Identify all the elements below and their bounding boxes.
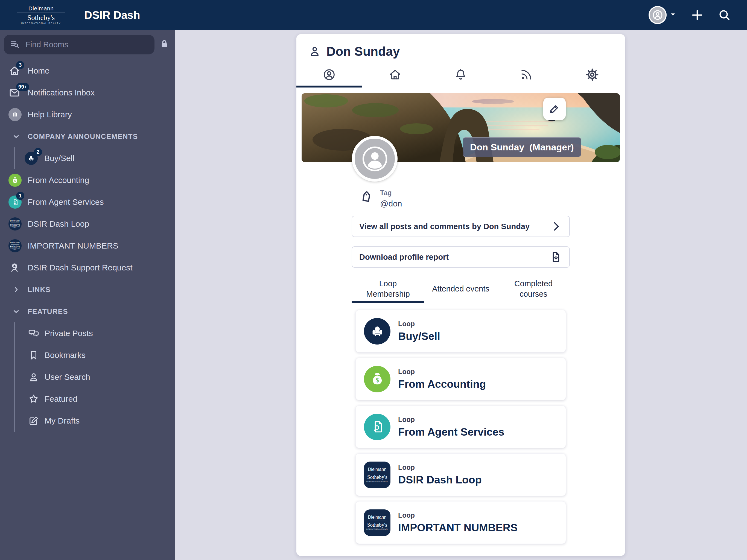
- chevron-right-icon: [550, 221, 562, 232]
- sidebar-item-featured[interactable]: Featured: [15, 388, 175, 410]
- agent-services-badge: 1: [16, 192, 24, 200]
- loop-card-from-accounting[interactable]: $ Loop From Accounting: [356, 358, 566, 400]
- notifications-badge: 99+: [16, 83, 29, 91]
- sidebar-item-dsir-dash-loop[interactable]: DielmannSotheby'sINTERNATIONAL REALTY DS…: [0, 213, 175, 235]
- loop-membership-list: Loop Buy/Sell $ Loop From Accounting Loo…: [356, 310, 566, 544]
- pencil-icon: [549, 103, 560, 114]
- tab-completed-courses[interactable]: Completed courses: [497, 275, 570, 303]
- profile-card: Don Sunday: [297, 34, 625, 556]
- money-bag-icon: $: [11, 176, 19, 184]
- tag-block: Tag @don: [359, 189, 402, 208]
- person-icon: [651, 9, 664, 21]
- search-icon: [718, 8, 731, 22]
- person-silhouette-icon: [362, 146, 388, 172]
- view-all-posts-label: View all posts and comments by Don Sunda…: [359, 222, 530, 231]
- sidebar: 3 Home 99+ Notifications Inbox Help Libr…: [0, 30, 175, 560]
- tag-value: @don: [380, 199, 402, 208]
- section-company-announcements[interactable]: COMPANY ANNOUNCEMENTS: [0, 126, 175, 147]
- armchair-icon: [27, 154, 35, 162]
- section-links[interactable]: LINKS: [0, 279, 175, 301]
- books-icon: [11, 111, 19, 118]
- edit-cover-button[interactable]: [543, 98, 566, 120]
- sidebar-item-important-numbers[interactable]: DielmannSotheby'sINTERNATIONAL REALTY IM…: [0, 235, 175, 257]
- sidebar-item-home[interactable]: 3 Home: [0, 60, 175, 82]
- sidebar-item-user-search[interactable]: User Search: [15, 366, 175, 388]
- view-all-posts-button[interactable]: View all posts and comments by Don Sunda…: [352, 216, 570, 237]
- profile-avatar[interactable]: [352, 136, 397, 182]
- sothebys-logo-icon: DielmannSotheby'sINTERNATIONAL REALTY: [8, 220, 22, 228]
- money-bag-icon: $: [369, 371, 386, 387]
- sidebar-item-support-request[interactable]: DSIR Dash Support Request: [0, 257, 175, 279]
- document-search-icon: [370, 419, 385, 434]
- account-menu-caret[interactable]: [669, 10, 677, 20]
- sidebar-item-buy-sell[interactable]: 2 Buy/Sell: [15, 147, 175, 169]
- plus-icon: [690, 8, 704, 22]
- tab-home[interactable]: [362, 61, 428, 87]
- edit-square-icon: [28, 415, 40, 427]
- tab-notifications[interactable]: [428, 61, 493, 87]
- features-group: Private Posts Bookmarks User Search Feat…: [15, 322, 175, 432]
- user-avatar-button[interactable]: [649, 6, 667, 24]
- download-report-label: Download profile report: [359, 253, 449, 262]
- sidebar-item-private-posts[interactable]: Private Posts: [15, 322, 175, 344]
- add-button[interactable]: [690, 8, 704, 22]
- profile-icon-tabs: [297, 61, 625, 87]
- buy-sell-badge: 2: [34, 148, 42, 156]
- lock-icon: [159, 39, 170, 51]
- sidebar-item-notifications-inbox[interactable]: 99+ Notifications Inbox: [0, 82, 175, 104]
- chevron-down-icon: [12, 307, 20, 315]
- company-announcements-group: 2 Buy/Sell: [15, 147, 175, 169]
- tab-loop-membership[interactable]: Loop Membership: [352, 275, 424, 303]
- tab-attended-events[interactable]: Attended events: [424, 275, 497, 303]
- logo-line3: INTERNATIONAL REALTY: [15, 22, 67, 25]
- loop-card-buy-sell[interactable]: Loop Buy/Sell: [356, 310, 566, 353]
- find-rooms-input[interactable]: [25, 40, 149, 50]
- sidebar-nav: 3 Home 99+ Notifications Inbox Help Libr…: [0, 60, 175, 432]
- cover-photo: Don Sunday (Manager): [302, 93, 620, 162]
- search-button[interactable]: [718, 8, 731, 22]
- chevron-down-icon: [12, 132, 20, 141]
- tag-label: Tag: [380, 189, 402, 197]
- top-bar: Dielmann Sotheby's INTERNATIONAL REALTY …: [0, 0, 747, 30]
- sothebys-logo-icon: DielmannSotheby'sINTERNATIONAL REALTY: [366, 467, 388, 482]
- logo-line2: Sotheby's: [15, 14, 67, 21]
- sidebar-item-my-drafts[interactable]: My Drafts: [15, 410, 175, 432]
- tab-feed[interactable]: [493, 61, 559, 87]
- sidebar-item-help-library[interactable]: Help Library: [0, 104, 175, 126]
- topbar-actions: [649, 6, 731, 24]
- gear-icon: [585, 68, 599, 82]
- loop-card-from-agent-services[interactable]: Loop From Agent Services: [356, 406, 566, 448]
- headset-person-icon: [8, 262, 21, 274]
- sothebys-logo-icon: DielmannSotheby'sINTERNATIONAL REALTY: [8, 241, 22, 250]
- person-icon: [28, 371, 40, 383]
- section-features[interactable]: FEATURES: [0, 301, 175, 322]
- profile-name-title: Don Sunday: [327, 44, 400, 59]
- sothebys-logo-icon: DielmannSotheby'sINTERNATIONAL REALTY: [366, 515, 388, 530]
- rss-icon: [519, 68, 533, 81]
- caret-down-icon: [669, 10, 677, 19]
- chevron-right-icon: [12, 285, 20, 294]
- bell-icon: [454, 68, 468, 81]
- tab-settings[interactable]: [560, 61, 625, 87]
- sidebar-item-from-agent-services[interactable]: 1 From Agent Services: [0, 191, 175, 213]
- filter-search-icon: [10, 39, 20, 50]
- profile-header: Don Sunday: [308, 44, 400, 59]
- company-logo: Dielmann Sotheby's INTERNATIONAL REALTY: [15, 5, 67, 25]
- find-rooms-searchbox[interactable]: [4, 35, 154, 54]
- user-circle-icon: [323, 68, 336, 81]
- armchair-icon: [369, 323, 385, 339]
- svg-text:$: $: [14, 179, 16, 183]
- loop-card-important-numbers[interactable]: DielmannSotheby'sINTERNATIONAL REALTY Lo…: [356, 501, 566, 544]
- tag-icon: [359, 190, 373, 205]
- sidebar-item-from-accounting[interactable]: $ From Accounting: [0, 169, 175, 191]
- tab-profile[interactable]: [297, 61, 362, 87]
- home-icon: [388, 68, 402, 81]
- svg-text:$: $: [376, 377, 379, 384]
- loop-card-dsir-dash-loop[interactable]: DielmannSotheby'sINTERNATIONAL REALTY Lo…: [356, 453, 566, 496]
- document-search-icon: [11, 199, 19, 206]
- sidebar-item-bookmarks[interactable]: Bookmarks: [15, 344, 175, 366]
- logo-line1: Dielmann: [15, 5, 67, 11]
- bookmark-icon: [28, 350, 40, 361]
- profile-subtabs: Loop Membership Attended events Complete…: [352, 275, 570, 303]
- download-profile-report-button[interactable]: Download profile report: [352, 246, 570, 268]
